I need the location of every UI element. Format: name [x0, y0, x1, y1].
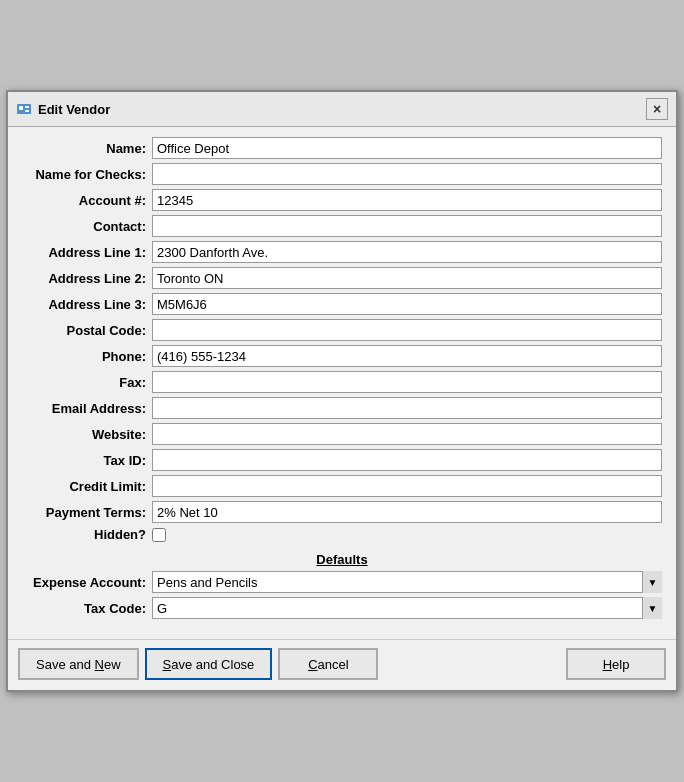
payment-terms-label: Payment Terms:	[22, 505, 152, 520]
save-and-close-button[interactable]: Save and Close	[145, 648, 273, 680]
email-label: Email Address:	[22, 401, 152, 416]
contact-input[interactable]	[152, 215, 662, 237]
name-for-checks-row: Name for Checks:	[22, 163, 662, 185]
postal-label: Postal Code:	[22, 323, 152, 338]
tax-id-input[interactable]	[152, 449, 662, 471]
phone-label: Phone:	[22, 349, 152, 364]
address1-label: Address Line 1:	[22, 245, 152, 260]
postal-row: Postal Code:	[22, 319, 662, 341]
tax-code-label: Tax Code:	[22, 601, 152, 616]
credit-limit-label: Credit Limit:	[22, 479, 152, 494]
expense-account-wrapper: Pens and Pencils Office Supplies Equipme…	[152, 571, 662, 593]
website-input[interactable]	[152, 423, 662, 445]
tax-code-row: Tax Code: G E H S ▼	[22, 597, 662, 619]
address1-input[interactable]	[152, 241, 662, 263]
hidden-row: Hidden?	[22, 527, 662, 542]
address3-row: Address Line 3:	[22, 293, 662, 315]
save-new-underline-char: N	[95, 657, 104, 672]
payment-terms-input[interactable]	[152, 501, 662, 523]
website-label: Website:	[22, 427, 152, 442]
name-row: Name:	[22, 137, 662, 159]
account-label: Account #:	[22, 193, 152, 208]
credit-limit-input[interactable]	[152, 475, 662, 497]
address3-label: Address Line 3:	[22, 297, 152, 312]
cancel-button[interactable]: Cancel	[278, 648, 378, 680]
address2-label: Address Line 2:	[22, 271, 152, 286]
phone-row: Phone:	[22, 345, 662, 367]
address2-input[interactable]	[152, 267, 662, 289]
name-for-checks-label: Name for Checks:	[22, 167, 152, 182]
cancel-underline-char: C	[308, 657, 317, 672]
defaults-link[interactable]: Defaults	[316, 552, 367, 567]
account-input[interactable]	[152, 189, 662, 211]
fax-row: Fax:	[22, 371, 662, 393]
edit-vendor-dialog: Edit Vendor × Name: Name for Checks: Acc…	[6, 90, 678, 692]
fax-label: Fax:	[22, 375, 152, 390]
expense-account-row: Expense Account: Pens and Pencils Office…	[22, 571, 662, 593]
save-and-new-button[interactable]: Save and New	[18, 648, 139, 680]
contact-row: Contact:	[22, 215, 662, 237]
address2-row: Address Line 2:	[22, 267, 662, 289]
defaults-section-header: Defaults	[22, 546, 662, 571]
expense-account-select[interactable]: Pens and Pencils Office Supplies Equipme…	[152, 571, 662, 593]
close-button[interactable]: ×	[646, 98, 668, 120]
svg-rect-1	[19, 106, 23, 110]
email-row: Email Address:	[22, 397, 662, 419]
address1-row: Address Line 1:	[22, 241, 662, 263]
tax-code-select[interactable]: G E H S	[152, 597, 662, 619]
phone-input[interactable]	[152, 345, 662, 367]
account-row: Account #:	[22, 189, 662, 211]
contact-label: Contact:	[22, 219, 152, 234]
vendor-icon	[16, 101, 32, 117]
address3-input[interactable]	[152, 293, 662, 315]
button-row: Save and New Save and Close Cancel Help	[8, 639, 676, 690]
name-input[interactable]	[152, 137, 662, 159]
fax-input[interactable]	[152, 371, 662, 393]
credit-limit-row: Credit Limit:	[22, 475, 662, 497]
svg-rect-3	[25, 110, 29, 112]
help-button[interactable]: Help	[566, 648, 666, 680]
help-underline-char: H	[603, 657, 612, 672]
svg-rect-2	[25, 106, 29, 108]
title-bar: Edit Vendor ×	[8, 92, 676, 127]
expense-account-label: Expense Account:	[22, 575, 152, 590]
tax-id-row: Tax ID:	[22, 449, 662, 471]
website-row: Website:	[22, 423, 662, 445]
payment-terms-row: Payment Terms:	[22, 501, 662, 523]
tax-code-wrapper: G E H S ▼	[152, 597, 662, 619]
save-close-underline-char: S	[163, 657, 172, 672]
email-input[interactable]	[152, 397, 662, 419]
title-bar-left: Edit Vendor	[16, 101, 110, 117]
hidden-checkbox[interactable]	[152, 528, 166, 542]
form-content: Name: Name for Checks: Account #: Contac…	[8, 127, 676, 633]
hidden-label: Hidden?	[22, 527, 152, 542]
tax-id-label: Tax ID:	[22, 453, 152, 468]
window-title: Edit Vendor	[38, 102, 110, 117]
postal-input[interactable]	[152, 319, 662, 341]
name-for-checks-input[interactable]	[152, 163, 662, 185]
name-label: Name:	[22, 141, 152, 156]
